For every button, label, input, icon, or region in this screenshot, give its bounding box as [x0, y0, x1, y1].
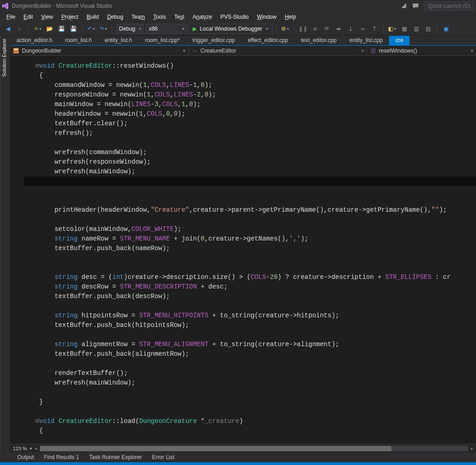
- stop-icon[interactable]: ■: [310, 24, 320, 34]
- document-tab-well: action_editor.h room_list.h entity_list.…: [10, 36, 476, 46]
- start-debugging-button[interactable]: ▶ Local Windows Debugger ▾: [189, 24, 272, 34]
- status-bar: [0, 462, 476, 465]
- quick-launch-input[interactable]: [424, 1, 474, 11]
- navigation-bar: DungeonBuilder → CreatureEditor ◫ resetW…: [10, 46, 476, 56]
- svg-rect-1: [14, 49, 18, 50]
- tool-icon-3[interactable]: ▥: [411, 24, 421, 34]
- tool-icon-4[interactable]: ▤: [423, 24, 433, 34]
- bottom-tool-tabs: Output Find Results 1 Task Runner Explor…: [10, 452, 476, 462]
- solution-config-dropdown[interactable]: Debug: [116, 24, 144, 34]
- notifications-icon[interactable]: [400, 2, 407, 10]
- nav-class-label: CreatureEditor: [200, 48, 236, 54]
- debugger-label: Local Windows Debugger: [200, 26, 262, 32]
- editor-zoom-bar: 123 % ▾ ◂ ▸: [10, 444, 476, 452]
- menu-window[interactable]: Window: [253, 13, 280, 21]
- save-all-icon[interactable]: 💾: [68, 24, 78, 34]
- menu-team[interactable]: Team: [128, 13, 148, 21]
- nav-scope-dropdown[interactable]: DungeonBuilder: [10, 46, 189, 55]
- code-content[interactable]: ⊟void CreatureEditor::resetWindows() { c…: [10, 56, 476, 441]
- nav-back-icon[interactable]: ◀: [3, 24, 13, 34]
- standard-toolbar: ◀ ▸ ✧▾ 📂 💾 💾 ↶▾ ↷▾ Debug x86 ▶ Local Win…: [0, 22, 476, 36]
- save-icon[interactable]: 💾: [56, 24, 66, 34]
- doc-tab-active[interactable]: cre: [389, 36, 410, 45]
- step-over-icon[interactable]: ⤼: [357, 24, 368, 34]
- open-file-icon[interactable]: 📂: [44, 24, 54, 34]
- doc-tab[interactable]: effect_editor.cpp: [242, 36, 295, 45]
- svg-rect-0: [13, 48, 19, 53]
- menu-debug[interactable]: Debug: [103, 13, 127, 21]
- tool-icon-1[interactable]: ◧▾: [387, 24, 397, 34]
- scrollbar-thumb[interactable]: [40, 446, 391, 451]
- code-editor[interactable]: ⊟void CreatureEditor::resetWindows() { c…: [10, 56, 476, 444]
- menu-build[interactable]: Build: [83, 13, 103, 21]
- step-config-icon[interactable]: ⚙▾: [280, 24, 290, 34]
- solution-platform-dropdown[interactable]: x86: [146, 24, 187, 34]
- nav-member-dropdown[interactable]: ◫ resetWindows(): [367, 46, 476, 55]
- restart-icon[interactable]: ⟳: [322, 24, 332, 34]
- tool-icon-2[interactable]: ▦: [399, 24, 409, 34]
- vs-logo-icon: [2, 2, 9, 10]
- menu-project[interactable]: Project: [58, 13, 82, 21]
- doc-tab[interactable]: entity_list.h: [98, 36, 139, 45]
- horizontal-scrollbar[interactable]: [40, 446, 468, 451]
- zoom-level[interactable]: 123 %: [13, 446, 27, 451]
- window-title: DungeonBuilder - Microsoft Visual Studio: [12, 3, 112, 9]
- menu-pvs[interactable]: PVS-Studio: [216, 13, 252, 21]
- find-results-tab[interactable]: Find Results 1: [39, 453, 84, 462]
- menu-view[interactable]: View: [38, 13, 57, 21]
- new-project-icon[interactable]: ✧▾: [32, 24, 43, 34]
- hscroll-right-icon[interactable]: ▸: [471, 446, 473, 451]
- doc-tab[interactable]: text_editor.cpp: [294, 36, 343, 45]
- method-arrow-icon: →: [191, 48, 198, 54]
- menu-analyze[interactable]: Analyze: [189, 13, 216, 21]
- play-icon: ▶: [193, 26, 197, 32]
- zoom-chevron-icon[interactable]: ▾: [30, 446, 32, 451]
- nav-fwd-icon[interactable]: ▸: [15, 24, 25, 34]
- task-runner-tab[interactable]: Task Runner Explorer: [85, 453, 146, 462]
- undo-icon[interactable]: ↶▾: [86, 24, 96, 34]
- title-bar: DungeonBuilder - Microsoft Visual Studio: [0, 0, 476, 12]
- doc-tab[interactable]: room_list.h: [59, 36, 98, 45]
- error-list-tab[interactable]: Error List: [147, 453, 179, 462]
- nav-class-dropdown[interactable]: → CreatureEditor: [189, 46, 367, 55]
- hscroll-left-icon[interactable]: ◂: [35, 446, 37, 451]
- tool-icon-5[interactable]: ▣: [441, 24, 451, 34]
- nav-member-label: resetWindows(): [379, 48, 417, 54]
- feedback-icon[interactable]: [412, 2, 419, 10]
- pause-icon[interactable]: ❚❚: [298, 24, 308, 34]
- doc-tab[interactable]: room_list.cpp*: [139, 36, 186, 45]
- menu-bar: File Edit View Project Build Debug Team …: [0, 12, 476, 22]
- show-next-icon[interactable]: ➦: [334, 24, 344, 34]
- method-cube-icon: ◫: [370, 48, 376, 54]
- doc-tab[interactable]: trigger_editor.cpp: [186, 36, 242, 45]
- menu-test[interactable]: Test: [171, 13, 188, 21]
- doc-tab[interactable]: entity_list.cpp: [343, 36, 389, 45]
- step-into-icon[interactable]: ⤓: [346, 24, 356, 34]
- project-icon: [13, 48, 19, 54]
- menu-tools[interactable]: Tools: [150, 13, 170, 21]
- step-out-icon[interactable]: ⤒: [369, 24, 379, 34]
- output-tab[interactable]: Output: [13, 453, 38, 462]
- menu-edit[interactable]: Edit: [20, 13, 37, 21]
- menu-help[interactable]: Help: [281, 13, 300, 21]
- menu-file[interactable]: File: [3, 13, 19, 21]
- doc-tab[interactable]: action_editor.h: [10, 36, 59, 45]
- solution-explorer-tab[interactable]: Solution Explorer: [0, 36, 10, 452]
- redo-icon[interactable]: ↷▾: [98, 24, 108, 34]
- nav-scope-label: DungeonBuilder: [22, 48, 61, 54]
